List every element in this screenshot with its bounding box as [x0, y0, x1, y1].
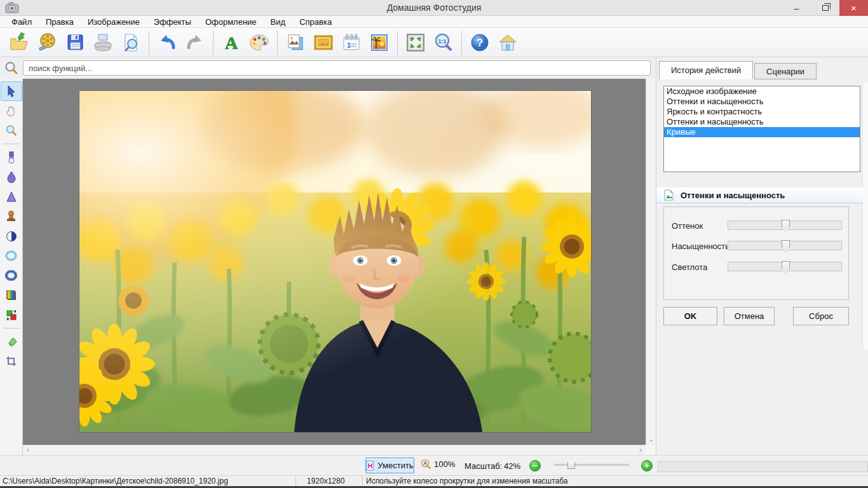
svg-text:?: ? [477, 37, 483, 49]
contrast-tool[interactable] [1, 226, 22, 246]
toolbar-separator [461, 30, 462, 55]
swap-colors-icon [6, 309, 17, 321]
zoom-100-control[interactable]: A 100% [421, 459, 455, 470]
hue-slider[interactable] [728, 220, 842, 230]
calendar-icon[interactable]: 1 [337, 30, 365, 55]
sharpen-cone-tool[interactable] [1, 187, 22, 207]
menu-file[interactable]: Файл [5, 17, 38, 27]
menu-image[interactable]: Изображение [81, 17, 146, 27]
status-divider [295, 477, 296, 486]
clone-stamp-tool[interactable] [1, 207, 22, 226]
dark-ring-icon [5, 270, 17, 281]
history-item[interactable]: Оттенки и насыщенность [664, 97, 860, 107]
blur-drop-tool[interactable] [1, 167, 22, 187]
menu-help[interactable]: Справка [293, 17, 338, 27]
crop-icon [6, 356, 17, 367]
search-input[interactable] [23, 60, 651, 76]
history-list[interactable]: Исходное изображение Оттенки и насыщенно… [663, 86, 860, 172]
lightness-slider[interactable] [728, 262, 842, 271]
undo-icon[interactable] [153, 30, 181, 55]
zoom-tool[interactable] [1, 121, 22, 140]
menu-decor[interactable]: Оформление [199, 17, 263, 27]
zoom-in-button[interactable]: + [641, 460, 653, 471]
help-icon[interactable]: ? [466, 30, 494, 55]
restore-button[interactable] [811, 0, 839, 16]
status-dimensions: 1920x1280 [307, 477, 361, 486]
palette-icon[interactable] [245, 30, 273, 55]
zoom-slider[interactable] [554, 464, 629, 466]
adjust-panel-title: Оттенки и насыщенность [681, 191, 785, 200]
scroll-left-icon[interactable]: ‹ [23, 445, 33, 456]
toolbar-separator [277, 30, 278, 55]
saturation-slider[interactable] [728, 241, 842, 250]
print-preview-icon[interactable] [117, 30, 145, 55]
minimize-button[interactable]: – [782, 0, 811, 16]
window-title: Домашняя Фотостудия [0, 3, 868, 13]
toolbar-separator [213, 30, 214, 55]
panel-scrollbar[interactable] [862, 83, 868, 349]
history-item-selected[interactable]: Кривые [664, 127, 860, 137]
menu-effects[interactable]: Эффекты [147, 17, 198, 27]
zoom-100-label: 100% [434, 459, 455, 469]
add-text-icon[interactable]: A [217, 30, 245, 55]
search-row [0, 57, 656, 79]
colors-tool[interactable] [1, 285, 22, 305]
slideshow-icon[interactable] [33, 30, 61, 55]
darken-ring-tool[interactable] [1, 266, 22, 285]
rainbow-icon [6, 290, 17, 301]
brush-tool[interactable] [1, 147, 22, 167]
ok-button[interactable]: OK [663, 307, 717, 325]
menu-edit[interactable]: Правка [39, 17, 80, 27]
crop-tool[interactable] [1, 351, 22, 371]
zoom-a-icon: A [421, 459, 431, 470]
status-divider [362, 477, 363, 486]
scale-label: Масштаб: [465, 461, 502, 471]
app-window: Домашняя Фотостудия – × Файл Правка Изоб… [0, 0, 868, 488]
half-circle-icon [6, 231, 17, 242]
fit-button-label: Уместить [377, 461, 413, 470]
redo-icon[interactable] [181, 30, 209, 55]
toolbar-separator [397, 30, 398, 55]
home-icon[interactable] [494, 30, 522, 55]
horizontal-scrollbar[interactable]: ‹ › [23, 445, 646, 455]
reset-button[interactable]: Сброс [793, 307, 849, 325]
canvas-area[interactable] [23, 79, 646, 445]
history-item[interactable]: Оттенки и насыщенность [664, 117, 860, 127]
saturation-slider-thumb[interactable] [782, 240, 790, 252]
svg-text:A: A [423, 460, 427, 466]
postcard-icon[interactable] [365, 30, 393, 55]
save-icon[interactable] [61, 30, 89, 55]
zoom-actual-icon[interactable]: 1:1 [430, 30, 458, 55]
select-tool[interactable] [1, 81, 22, 101]
color-swap-tool[interactable] [1, 305, 22, 325]
lightness-slider-thumb[interactable] [782, 261, 790, 273]
close-button[interactable]: × [839, 0, 868, 16]
fit-button[interactable]: Уместить [365, 458, 414, 473]
eraser-tool[interactable] [1, 332, 22, 351]
print-icon[interactable] [89, 30, 117, 55]
image-file-icon [663, 189, 674, 201]
menu-view[interactable]: Вид [264, 17, 292, 27]
cancel-button[interactable]: Отмена [724, 307, 775, 325]
panel-tabs: История действий Сценарии [659, 61, 817, 79]
eraser-icon [6, 337, 17, 346]
scroll-down-icon[interactable]: ⌄ [646, 435, 656, 445]
frame-icon[interactable] [309, 30, 337, 55]
toolbar-separator [149, 30, 149, 55]
hand-tool[interactable] [1, 101, 22, 121]
hue-slider-thumb[interactable] [782, 220, 790, 232]
vertical-scrollbar[interactable]: ⌄ [646, 79, 656, 445]
tab-scenarios[interactable]: Сценарии [754, 63, 817, 79]
open-folder-icon[interactable] [5, 30, 33, 55]
collage-icon[interactable] [281, 30, 309, 55]
scroll-right-icon[interactable]: › [635, 445, 646, 456]
saturation-label: Насыщенность [672, 241, 729, 251]
history-item[interactable]: Яркость и контрастность [664, 107, 860, 117]
photo-image[interactable] [79, 91, 591, 432]
history-item[interactable]: Исходное изображение [664, 86, 860, 97]
tab-history[interactable]: История действий [659, 61, 753, 79]
lighten-ring-tool[interactable] [1, 246, 22, 266]
fullscreen-icon[interactable] [402, 30, 430, 55]
scrollbar-corner [646, 445, 656, 455]
zoom-out-button[interactable]: − [529, 460, 541, 471]
